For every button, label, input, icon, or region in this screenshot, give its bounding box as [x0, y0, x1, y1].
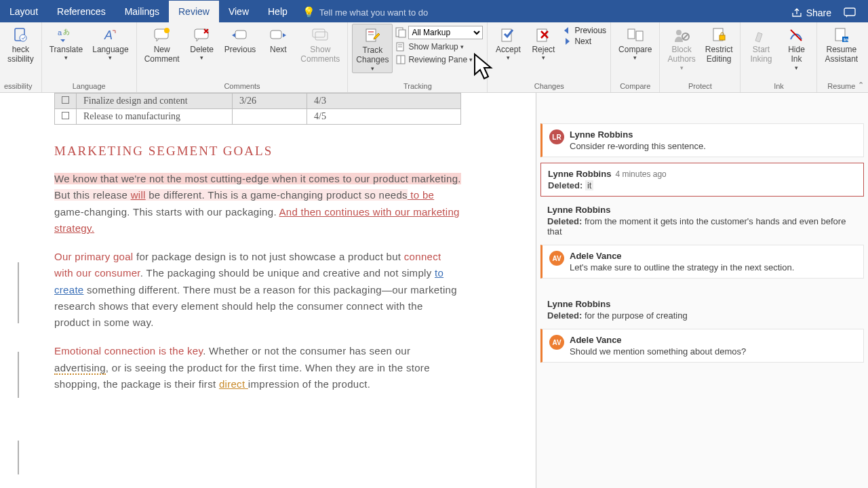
language-button[interactable]: A Language▾	[89, 24, 132, 62]
start-inking-button[interactable]: Start Inking	[745, 24, 777, 64]
lightbulb-icon: 💡	[302, 6, 315, 18]
share-icon	[791, 7, 802, 18]
accept-icon	[499, 27, 517, 43]
check-accessibility-button[interactable]: heck ssibility	[4, 24, 37, 64]
revisions-pane: LR Lynne Robbins Consider re-wording thi…	[536, 93, 868, 488]
next-change-icon	[562, 37, 572, 46]
tab-help[interactable]: Help	[258, 1, 297, 22]
svg-rect-25	[628, 29, 635, 39]
svg-rect-11	[313, 29, 325, 37]
resume-assistant-icon: in	[833, 27, 850, 43]
svg-point-7	[164, 28, 170, 33]
comment-card[interactable]: AV Adele Vance Let's make sure to outlin…	[540, 245, 864, 279]
comment-card[interactable]: LR Lynne Robbins Consider re-wording thi…	[540, 123, 864, 157]
svg-rect-0	[844, 8, 855, 16]
show-comments-icon	[311, 28, 329, 43]
compare-button[interactable]: Compare▾	[615, 24, 655, 62]
comment-card[interactable]: AV Adele Vance Should we mention somethi…	[540, 329, 864, 363]
next-comment-button[interactable]: Next	[262, 24, 294, 54]
document-page[interactable]: Finalize design and content 3/26 4/3 Rel…	[0, 93, 536, 488]
change-bar	[18, 262, 19, 323]
svg-rect-9	[235, 30, 246, 39]
delete-comment-button[interactable]: Delete▾	[186, 24, 218, 62]
next-comment-icon	[269, 28, 287, 43]
svg-rect-10	[271, 30, 281, 39]
hide-ink-button[interactable]: Hide Ink▾	[780, 24, 812, 72]
change-bar	[18, 441, 19, 474]
compare-icon	[627, 27, 644, 43]
previous-comment-icon	[231, 28, 249, 43]
svg-rect-17	[399, 30, 406, 37]
language-icon: A	[102, 27, 119, 43]
revision-card[interactable]: Lynne Robbins Deleted: for the purpose o…	[540, 296, 864, 323]
feedback-icon[interactable]	[844, 7, 856, 18]
tab-view[interactable]: View	[219, 1, 258, 22]
table-row: Release to manufacturing 4/5	[55, 109, 461, 125]
ribbon-tabs: Layout References Mailings Review View H…	[0, 0, 868, 22]
svg-text:in: in	[844, 37, 848, 43]
delete-comment-icon	[193, 28, 211, 43]
section-heading: MARKETING SEGMENT GOALS	[54, 144, 536, 159]
tell-me-search[interactable]: 💡 Tell me what you want to do	[302, 6, 428, 22]
hide-ink-icon	[788, 27, 804, 43]
new-comment-icon	[153, 28, 171, 43]
track-changes-icon	[363, 28, 381, 44]
paragraph: We know that we're not the most cutting-…	[54, 171, 461, 237]
block-authors-button[interactable]: Block Authors▾	[664, 24, 698, 72]
share-button[interactable]: Share	[791, 7, 831, 18]
show-markup-button[interactable]: Show Markup ▾	[395, 41, 483, 52]
reviewing-pane-button[interactable]: Reviewing Pane ▾	[395, 54, 483, 65]
svg-rect-31	[719, 35, 725, 40]
display-review-icon	[395, 27, 406, 38]
accessibility-icon	[12, 27, 29, 43]
table-row: Finalize design and content 3/26 4/3	[55, 94, 461, 109]
show-markup-icon	[395, 41, 406, 52]
paragraph: Emotional connection is the key. Whether…	[54, 343, 461, 392]
revision-card[interactable]: Lynne Robbins Deleted: from the moment i…	[540, 202, 864, 239]
svg-rect-13	[366, 29, 376, 41]
checkbox[interactable]	[62, 112, 69, 119]
svg-rect-12	[315, 32, 328, 40]
svg-line-32	[791, 30, 802, 41]
revision-card[interactable]: Lynne Robbins4 minutes ago Deleted: it	[540, 163, 864, 197]
svg-text:あ: あ	[63, 28, 70, 35]
reject-button[interactable]: Reject▾	[527, 24, 559, 62]
svg-point-27	[676, 30, 682, 35]
tab-mailings[interactable]: Mailings	[115, 1, 169, 22]
tab-review[interactable]: Review	[169, 1, 219, 22]
ribbon: heck ssibility essibility aあ Translate▾ …	[0, 22, 868, 93]
checkbox[interactable]	[62, 96, 69, 104]
tab-references[interactable]: References	[47, 1, 115, 22]
translate-button[interactable]: aあ Translate▾	[46, 24, 87, 62]
previous-comment-button[interactable]: Previous	[221, 24, 260, 54]
display-for-review-dropdown[interactable]: All Markup	[395, 26, 483, 39]
resume-assistant-button[interactable]: in Resume Assistant	[821, 24, 861, 64]
previous-change-button[interactable]: Previous	[562, 26, 606, 35]
svg-text:A: A	[104, 28, 113, 42]
avatar: LR	[549, 129, 564, 144]
reject-icon	[534, 27, 552, 43]
reviewing-pane-icon	[395, 54, 406, 65]
collapse-ribbon-button[interactable]: ⌃	[858, 81, 864, 89]
change-bar	[18, 352, 19, 398]
svg-point-2	[20, 35, 26, 41]
track-changes-button[interactable]: Track Changes▾	[352, 24, 393, 73]
next-change-button[interactable]: Next	[562, 37, 606, 46]
milestones-table: Finalize design and content 3/26 4/3 Rel…	[54, 93, 461, 125]
tell-me-placeholder: Tell me what you want to do	[319, 7, 428, 18]
avatar: AV	[549, 335, 564, 350]
avatar: AV	[549, 251, 564, 266]
restrict-editing-button[interactable]: Restrict Editing	[702, 24, 736, 64]
new-comment-button[interactable]: New Comment	[141, 24, 183, 64]
svg-text:a: a	[58, 28, 62, 37]
block-authors-icon	[673, 27, 690, 43]
prev-change-icon	[562, 26, 572, 35]
start-inking-icon	[753, 27, 769, 43]
accept-button[interactable]: Accept▾	[492, 24, 524, 62]
markup-select[interactable]: All Markup	[408, 26, 483, 39]
svg-line-29	[683, 34, 688, 39]
paragraph: Our primary goal for package design is t…	[54, 249, 461, 331]
show-comments-button[interactable]: Show Comments	[297, 24, 343, 64]
tab-layout[interactable]: Layout	[0, 1, 47, 22]
svg-rect-26	[636, 31, 643, 41]
